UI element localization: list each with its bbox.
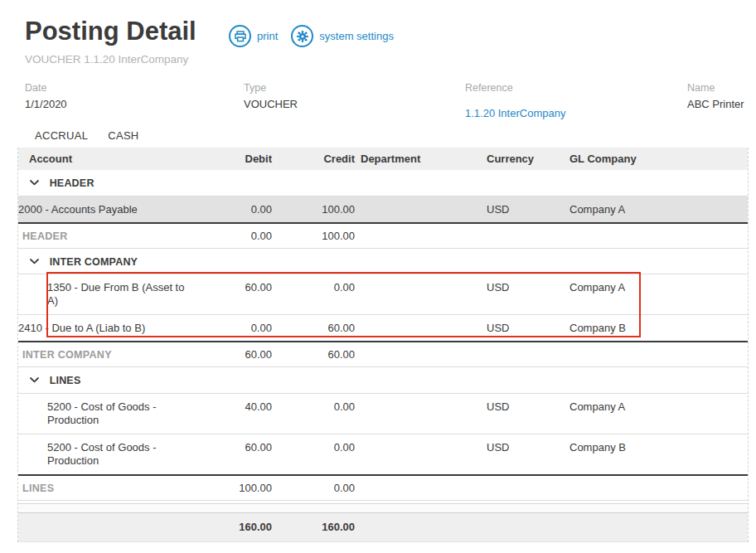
column-header-debit: Debit — [217, 148, 272, 170]
reference-link[interactable]: 1.1.20 InterCompany — [465, 107, 565, 119]
header-actions: print — [229, 25, 394, 47]
table-row[interactable]: 2410 - Due to A (Liab to B) 0.00 60.00 U… — [18, 315, 748, 342]
table-header-row: Account Debit Credit Department Currency… — [18, 148, 748, 170]
tab-accrual[interactable]: ACCRUAL — [25, 125, 98, 150]
group-label: INTER COMPANY — [50, 255, 138, 267]
total-debit: 160.00 — [217, 512, 272, 541]
currency-cell: USD — [487, 315, 569, 342]
credit-cell: 60.00 — [272, 315, 355, 342]
credit-cell: 0.00 — [272, 393, 355, 434]
column-header-account: Account — [18, 148, 217, 170]
chevron-down-icon — [30, 377, 39, 383]
debit-cell: 60.00 — [217, 434, 272, 475]
department-cell — [355, 315, 487, 342]
posting-detail-page: Posting Detail print — [0, 0, 756, 553]
subtotal-credit: 100.00 — [272, 223, 355, 249]
table-row[interactable]: 1350 - Due From B (Asset to A) 60.00 0.0… — [18, 274, 748, 315]
subtotal-debit: 0.00 — [217, 223, 272, 249]
account-cell: 1350 - Due From B (Asset to A) — [47, 281, 188, 308]
group-row-lines[interactable]: LINES — [18, 367, 748, 394]
subtotal-credit: 0.00 — [272, 475, 355, 501]
print-label: print — [257, 30, 278, 42]
posting-table: Account Debit Credit Department Currency… — [17, 148, 749, 542]
currency-cell: USD — [487, 434, 569, 475]
currency-cell: USD — [487, 393, 569, 434]
total-credit: 160.00 — [272, 512, 355, 541]
ledger-tabs: ACCRUAL CASH — [25, 125, 149, 150]
debit-cell: 0.00 — [217, 315, 272, 342]
debit-cell: 60.00 — [217, 274, 272, 315]
currency-cell: USD — [487, 196, 569, 223]
column-header-gl-company: GL Company — [569, 148, 748, 170]
table-row[interactable]: 2000 - Accounts Payable 0.00 100.00 USD … — [18, 196, 748, 223]
date-label: Date — [25, 82, 46, 94]
credit-cell: 100.00 — [272, 196, 355, 223]
currency-cell: USD — [487, 274, 569, 315]
column-header-department: Department — [355, 148, 487, 170]
chevron-down-icon — [30, 180, 39, 186]
column-header-currency: Currency — [487, 148, 569, 170]
chevron-down-icon — [30, 259, 39, 264]
subtotal-debit: 60.00 — [217, 342, 272, 367]
department-cell — [355, 196, 487, 223]
subtotal-label: INTER COMPANY — [22, 349, 112, 361]
voucher-subtitle: VOUCHER 1.1.20 InterCompany — [25, 53, 188, 65]
gear-icon — [291, 25, 313, 47]
gl-company-cell: Company B — [569, 315, 748, 342]
date-value: 1/1/2020 — [25, 98, 67, 110]
department-cell — [355, 393, 487, 434]
debit-cell: 0.00 — [217, 196, 272, 223]
type-label: Type — [244, 82, 266, 94]
system-settings-button[interactable]: system settings — [291, 25, 394, 47]
debit-cell: 40.00 — [217, 393, 272, 434]
subtotal-row-inter-company: INTER COMPANY 60.00 60.00 — [18, 342, 748, 367]
type-value: VOUCHER — [244, 98, 298, 110]
credit-cell: 0.00 — [272, 274, 355, 315]
subtotal-label: LINES — [22, 483, 54, 494]
page-title: Posting Detail — [25, 17, 196, 46]
print-icon — [229, 25, 251, 47]
account-cell: 5200 - Cost of Goods - Production — [47, 400, 188, 427]
department-cell — [355, 434, 487, 475]
table-row[interactable]: 5200 - Cost of Goods - Production 40.00 … — [18, 393, 748, 434]
group-label: LINES — [50, 375, 81, 386]
gl-company-cell: Company A — [569, 196, 748, 223]
totals-row: 160.00 160.00 — [18, 512, 748, 541]
account-cell: 2000 - Accounts Payable — [18, 203, 138, 216]
subtotal-row-header: HEADER 0.00 100.00 — [18, 223, 748, 249]
subtotal-credit: 60.00 — [272, 342, 355, 367]
subtotal-row-lines: LINES 100.00 0.00 — [18, 475, 748, 501]
gl-company-cell: Company A — [569, 274, 748, 315]
column-header-credit: Credit — [272, 148, 355, 170]
account-cell: 5200 - Cost of Goods - Production — [47, 441, 188, 468]
name-value: ABC Printer — [687, 98, 744, 110]
credit-cell: 0.00 — [272, 434, 355, 475]
divider-band — [18, 503, 748, 512]
group-label: HEADER — [50, 177, 94, 189]
name-label: Name — [687, 82, 715, 94]
tab-cash[interactable]: CASH — [98, 125, 148, 150]
subtotal-debit: 100.00 — [217, 475, 272, 501]
system-settings-label: system settings — [319, 30, 394, 42]
subtotal-label: HEADER — [22, 230, 68, 242]
account-cell: 2410 - Due to A (Liab to B) — [18, 322, 145, 335]
group-row-header[interactable]: HEADER — [18, 170, 748, 196]
table-row[interactable]: 5200 - Cost of Goods - Production 60.00 … — [18, 434, 748, 475]
print-button[interactable]: print — [229, 25, 278, 47]
gl-company-cell: Company B — [569, 434, 748, 475]
gl-company-cell: Company A — [569, 393, 748, 434]
reference-label: Reference — [465, 82, 513, 94]
department-cell — [355, 274, 487, 315]
group-row-inter-company[interactable]: INTER COMPANY — [18, 248, 748, 274]
